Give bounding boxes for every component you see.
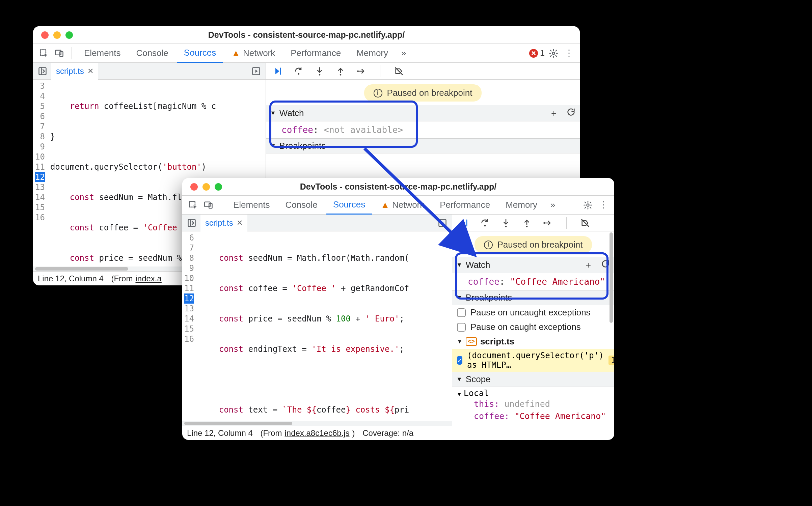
code-editor[interactable]: 6 7 8 9 10 11 12 13 14 15 16 const seedN… [182, 231, 452, 421]
code-body[interactable]: const seedNum = Math.floor(Math.random( … [197, 231, 452, 421]
tab-performance[interactable]: Performance [284, 44, 348, 63]
settings-icon[interactable] [581, 198, 595, 212]
breakpoint-file-row[interactable]: ▼ <> script.ts [452, 334, 614, 349]
watch-section: ▼ Watch ＋ coffee: <not available> [266, 105, 580, 138]
step-out-icon[interactable] [335, 65, 346, 77]
step-out-icon[interactable] [521, 217, 533, 229]
titlebar: DevTools - consistent-source-map-pc.netl… [33, 26, 580, 44]
close-icon[interactable]: ✕ [87, 67, 93, 76]
settings-icon[interactable] [547, 47, 560, 60]
deactivate-breakpoints-icon[interactable] [579, 217, 591, 229]
checkbox-checked-icon[interactable] [457, 356, 462, 365]
breakpoints-header[interactable]: ▼ Breakpoints [266, 139, 580, 153]
tab-console[interactable]: Console [129, 44, 175, 63]
resume-icon[interactable] [458, 217, 470, 229]
mapped-file-link[interactable]: index.a [135, 274, 161, 283]
kebab-menu-icon[interactable]: ⋮ [597, 198, 610, 212]
resume-icon[interactable] [272, 65, 283, 77]
device-toolbar-icon[interactable] [202, 198, 215, 212]
tab-performance[interactable]: Performance [433, 196, 497, 215]
checkbox-icon[interactable] [457, 308, 466, 317]
pause-caught-row[interactable]: Pause on caught exceptions [452, 320, 614, 334]
more-tabs-icon[interactable]: » [397, 47, 410, 60]
watch-header[interactable]: ▼ Watch ＋ [266, 105, 580, 121]
error-count[interactable]: 1 [529, 48, 545, 58]
caret-down-icon: ▼ [456, 261, 462, 269]
main-toolbar: Elements Console Sources ▲ Network Perfo… [33, 44, 580, 63]
navigator-toggle-icon[interactable] [185, 216, 198, 230]
add-watch-icon[interactable]: ＋ [584, 259, 593, 271]
watch-var-value: "Coffee Americano" [510, 277, 605, 287]
svg-point-3 [552, 52, 555, 54]
tab-memory[interactable]: Memory [499, 196, 544, 215]
watch-var-value: <not available> [324, 125, 403, 135]
file-tabbar: script.ts ✕ [182, 215, 452, 231]
snippets-run-icon[interactable] [436, 216, 449, 230]
close-icon[interactable] [190, 183, 198, 191]
tab-memory[interactable]: Memory [350, 44, 395, 63]
breakpoint-entry[interactable]: (document.querySelector('p') as HTMLP… 1… [452, 349, 614, 372]
tab-sources[interactable]: Sources [326, 196, 372, 215]
divider [221, 199, 221, 211]
navigator-toggle-icon[interactable] [36, 64, 49, 78]
debugger-toolbar [452, 215, 614, 231]
snippets-run-icon[interactable] [249, 64, 263, 78]
inspect-element-icon[interactable] [186, 198, 200, 212]
coverage-info: Coverage: n/a [362, 428, 413, 438]
fullscreen-icon[interactable] [215, 183, 222, 191]
step-into-icon[interactable] [500, 217, 512, 229]
scope-header[interactable]: ▼ Scope [452, 372, 614, 387]
mapped-file-link[interactable]: index.a8c1ec6b.js [285, 428, 349, 438]
step-into-icon[interactable] [314, 65, 325, 77]
tab-sources[interactable]: Sources [177, 44, 223, 63]
body-split: script.ts ✕ 6 7 8 9 10 11 12 13 14 [182, 215, 614, 440]
device-toolbar-icon[interactable] [53, 47, 66, 60]
minimize-icon[interactable] [53, 31, 61, 39]
step-icon[interactable] [356, 65, 367, 77]
more-tabs-icon[interactable]: » [546, 198, 560, 212]
vertical-scrollbar[interactable] [609, 215, 614, 440]
line-gutter: 6 7 8 9 10 11 12 13 14 15 16 [182, 231, 197, 421]
traffic-lights [41, 31, 73, 39]
step-over-icon[interactable] [479, 217, 491, 229]
watch-body: coffee: "Coffee Americano" [452, 273, 614, 290]
scope-local[interactable]: ▼Local [458, 388, 609, 398]
scope-section: ▼ Scope ▼Local this: undefined coffee: "… [452, 372, 614, 426]
tab-console[interactable]: Console [278, 196, 324, 215]
line-gutter: 3 4 5 6 7 8 9 10 11 12 13 14 15 16 [33, 80, 48, 266]
tab-elements[interactable]: Elements [77, 44, 127, 63]
debugger-pane: i Paused on breakpoint ▼ Watch ＋ coffe [452, 215, 614, 440]
close-icon[interactable]: ✕ [237, 219, 243, 227]
breakpoints-header[interactable]: ▼ Breakpoints [452, 290, 614, 305]
deactivate-breakpoints-icon[interactable] [393, 65, 405, 77]
file-tab-script-ts[interactable]: script.ts ✕ [200, 215, 247, 231]
file-tab-script-ts[interactable]: script.ts ✕ [51, 63, 98, 80]
window-title: DevTools - consistent-source-map-pc.netl… [33, 30, 580, 40]
pause-uncaught-row[interactable]: Pause on uncaught exceptions [452, 305, 614, 320]
svg-point-9 [357, 70, 359, 72]
tab-network-label: Network [243, 48, 275, 58]
fullscreen-icon[interactable] [65, 31, 73, 39]
horizontal-scrollbar[interactable] [182, 421, 452, 426]
refresh-watch-icon[interactable] [566, 107, 576, 119]
step-icon[interactable] [542, 217, 553, 229]
kebab-menu-icon[interactable]: ⋮ [562, 47, 576, 60]
tab-network[interactable]: ▲ Network [225, 44, 282, 63]
close-icon[interactable] [41, 31, 49, 39]
inspect-element-icon[interactable] [37, 47, 51, 60]
watch-header[interactable]: ▼ Watch ＋ [452, 257, 614, 273]
checkbox-icon[interactable] [457, 323, 466, 332]
minimize-icon[interactable] [202, 183, 210, 191]
caret-down-icon: ▼ [270, 142, 276, 149]
divider [72, 47, 72, 59]
add-watch-icon[interactable]: ＋ [549, 107, 558, 119]
tab-network[interactable]: ▲ Network [374, 196, 431, 215]
caret-down-icon: ▼ [457, 339, 462, 345]
step-over-icon[interactable] [293, 65, 304, 77]
svg-point-8 [340, 74, 342, 76]
ts-badge-icon: <> [466, 337, 477, 346]
tab-elements[interactable]: Elements [226, 196, 276, 215]
svg-point-19 [543, 222, 545, 224]
titlebar: DevTools - consistent-source-map-pc.netl… [182, 178, 614, 196]
caret-down-icon: ▼ [270, 110, 276, 117]
